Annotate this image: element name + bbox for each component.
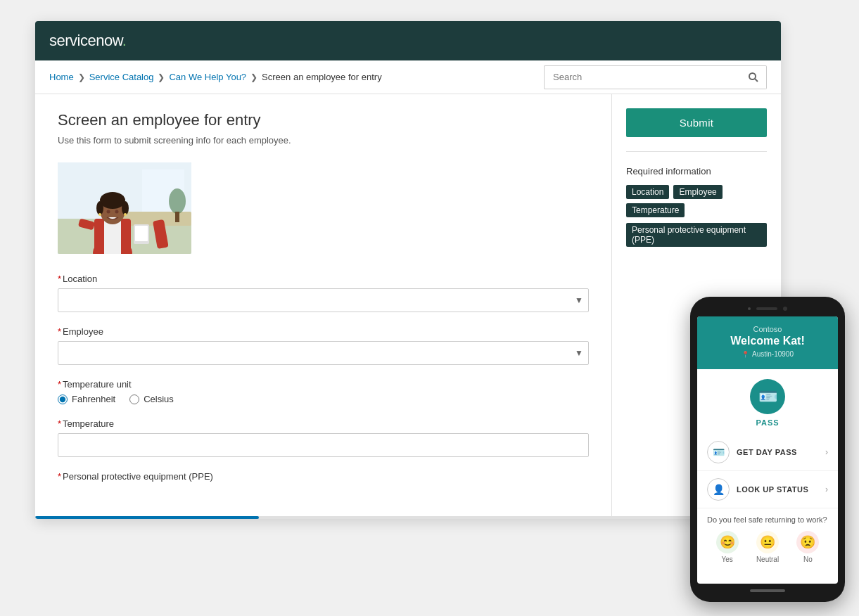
svg-point-23	[124, 213, 127, 216]
employee-illustration	[58, 162, 191, 254]
breadcrumb-nav: Home ❯ Service Catalog ❯ Can We Help You…	[49, 72, 382, 82]
temperature-unit-label: * Temperature unit	[58, 379, 589, 390]
ppe-label-text: Personal protective equipment (PPE)	[63, 471, 213, 482]
breadcrumb-service-catalog[interactable]: Service Catalog	[89, 72, 154, 82]
emoji-neutral[interactable]: 😐 Neutral	[756, 531, 779, 563]
temperature-unit-field: * Temperature unit Fahrenheit Celsius	[58, 379, 589, 404]
main-content: Screen an employee for entry Use this fo…	[35, 94, 781, 516]
employee-image-container	[58, 162, 589, 254]
look-up-label: LOOK UP STATUS	[737, 485, 808, 494]
employee-label: * Employee	[58, 326, 589, 337]
fahrenheit-radio[interactable]	[58, 394, 68, 404]
tag-temperature: Temperature	[626, 203, 685, 217]
submit-button[interactable]: Submit	[626, 108, 767, 137]
phone-screen-header: Contoso Welcome Kat! 📍 Austin-10900	[697, 316, 838, 369]
phone-location-row: 📍 Austin-10900	[707, 350, 828, 358]
breadcrumb-home[interactable]: Home	[49, 72, 74, 82]
safe-return-title: Do you feel safe returning to work?	[707, 515, 828, 524]
browser-card: servicenow. Home ❯ Service Catalog ❯ Can…	[35, 21, 781, 519]
servicenow-logo: servicenow.	[49, 32, 126, 50]
top-navbar: servicenow.	[35, 21, 781, 60]
breadcrumb-sep-2: ❯	[158, 72, 165, 82]
phone-location-text: Austin-10900	[752, 350, 794, 358]
tag-location: Location	[626, 185, 669, 199]
search-input[interactable]	[544, 65, 741, 89]
employee-select-wrapper: ▼	[58, 341, 589, 365]
employee-required-star: *	[58, 326, 61, 337]
tag-employee: Employee	[673, 185, 722, 199]
svg-rect-11	[104, 220, 121, 254]
day-pass-chevron: ›	[825, 447, 828, 457]
celsius-label: Celsius	[144, 394, 174, 404]
employee-image	[58, 162, 191, 254]
pass-badge: 🪪	[750, 379, 785, 414]
breadcrumb-sep-1: ❯	[78, 72, 85, 82]
phone-outer-shell: Contoso Welcome Kat! 📍 Austin-10900 🪪 PA…	[690, 297, 845, 602]
search-container	[544, 65, 767, 89]
temperature-input[interactable]	[58, 433, 589, 457]
svg-point-16	[107, 210, 110, 214]
svg-point-0	[749, 73, 756, 79]
page-subtitle: Use this form to submit screening info f…	[58, 135, 589, 146]
emoji-row: 😊 Yes 😐 Neutral 😟	[707, 531, 828, 563]
temperature-required-star: *	[58, 418, 61, 429]
location-select-wrapper: ▼	[58, 288, 589, 312]
emoji-no[interactable]: 😟 No	[796, 531, 819, 563]
fahrenheit-label: Fahrenheit	[72, 394, 115, 404]
ppe-required-star: *	[58, 471, 61, 482]
day-pass-label: GET DAY PASS	[737, 448, 797, 456]
employee-select[interactable]	[58, 341, 589, 365]
location-select[interactable]	[58, 288, 589, 312]
emoji-yes-face: 😊	[716, 531, 739, 553]
panel-divider	[626, 151, 767, 152]
svg-point-22	[98, 213, 101, 216]
svg-point-17	[115, 210, 119, 214]
fahrenheit-option[interactable]: Fahrenheit	[58, 394, 115, 404]
search-button[interactable]	[741, 65, 767, 89]
phone-brand: Contoso	[707, 325, 828, 333]
day-pass-icon: 🪪	[707, 441, 730, 463]
scroll-thumb	[35, 516, 259, 519]
svg-line-1	[755, 79, 758, 82]
safe-return-section: Do you feel safe returning to work? 😊 Ye…	[697, 508, 838, 570]
svg-rect-21	[135, 226, 148, 241]
phone-front-camera	[748, 307, 751, 310]
breadcrumb-current: Screen an employee for entry	[262, 72, 382, 82]
location-field: * Location ▼	[58, 274, 589, 312]
emoji-yes-icon: 😊	[720, 534, 735, 550]
look-up-icon: 👤	[707, 478, 730, 501]
svg-rect-8	[175, 212, 179, 222]
search-icon	[748, 72, 759, 83]
phone-speaker	[756, 307, 777, 310]
emoji-yes[interactable]: 😊 Yes	[716, 531, 739, 563]
phone-menu-look-up[interactable]: 👤 LOOK UP STATUS ›	[697, 471, 838, 508]
phone-mockup: Contoso Welcome Kat! 📍 Austin-10900 🪪 PA…	[690, 297, 845, 602]
logo-dot-accent: .	[122, 32, 127, 49]
phone-screen: Contoso Welcome Kat! 📍 Austin-10900 🪪 PA…	[697, 316, 838, 584]
phone-camera	[783, 307, 787, 311]
celsius-radio[interactable]	[129, 394, 139, 404]
location-pin-icon: 📍	[742, 351, 749, 358]
svg-point-13	[100, 192, 125, 209]
scroll-hint-bar[interactable]	[35, 516, 781, 519]
phone-menu-day-pass[interactable]: 🪪 GET DAY PASS ›	[697, 434, 838, 471]
emoji-no-face: 😟	[796, 531, 819, 553]
location-label: * Location	[58, 274, 589, 284]
employee-field: * Employee ▼	[58, 326, 589, 365]
celsius-option[interactable]: Celsius	[129, 394, 174, 404]
phone-top-bar	[697, 307, 838, 311]
emoji-neutral-face: 😐	[756, 531, 779, 553]
temp-unit-required-star: *	[58, 379, 61, 390]
emoji-neutral-icon: 😐	[760, 534, 775, 550]
phone-bottom-bar	[697, 589, 838, 592]
breadcrumb-can-we-help[interactable]: Can We Help You?	[169, 72, 246, 82]
page-wrapper: servicenow. Home ❯ Service Catalog ❯ Can…	[0, 0, 859, 616]
emoji-no-label: No	[803, 556, 813, 563]
pass-section: 🪪 PASS	[697, 369, 838, 434]
page-title: Screen an employee for entry	[58, 111, 589, 129]
phone-home-indicator	[750, 589, 785, 592]
phone-menu-day-pass-left: 🪪 GET DAY PASS	[707, 441, 797, 463]
ppe-label: * Personal protective equipment (PPE)	[58, 471, 589, 482]
emoji-neutral-label: Neutral	[756, 556, 779, 563]
svg-point-7	[169, 188, 186, 214]
